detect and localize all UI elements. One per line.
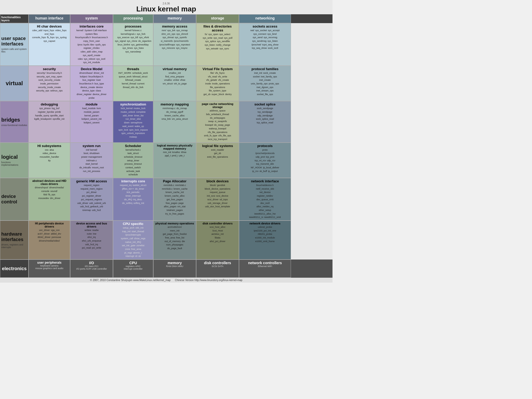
cell-device-hi: abstract devices and HID class drivers d… xyxy=(29,178,70,221)
cell-virtual-memory: virtual memory vmalloc_init find_vma_pre… xyxy=(153,66,196,101)
cell-bridges-storage-items: address_space bdx_writeback_thread do_wr… xyxy=(197,109,238,141)
row-label-device-main: device control xyxy=(1,194,27,205)
cell-user-system-items: kernel/System Call Interfacesystem files… xyxy=(71,29,112,64)
main-container: 2.6.36 Linux kernel map functionalities … xyxy=(0,0,332,283)
col-header-hi: human interface xyxy=(29,14,70,23)
row-hardware: hardware interfaces drivers, registers a… xyxy=(0,221,332,260)
cell-device-processing: interrupts core request_irqtasklet_struc… xyxy=(113,178,153,221)
cell-user-system: interfaces core kernel/System Call Inter… xyxy=(70,23,113,66)
cell-user-storage-title: files & directories access xyxy=(197,24,238,32)
cell-bridges-storage: page cache networking storage address_sp… xyxy=(196,101,239,142)
cell-hardware-storage: disk controller drivers scsi_host_alloc … xyxy=(196,221,239,260)
cell-user-networking-items: net/sys_socketsys_accept sys_connectsys_… xyxy=(240,29,290,50)
cell-bridges-system-items: load_modulekvm module_param kernel_param… xyxy=(71,107,112,124)
footer: © 2007, 2010 Constantine Shulyupin www.M… xyxy=(0,278,332,283)
cell-hardware-processing-title: CPU specific xyxy=(114,222,152,226)
cell-device-networking: network interface linux/netdevice.h neti… xyxy=(239,178,291,221)
electronics-disk-items: SCSI SATA xyxy=(197,265,238,268)
electronics-memory-title: memory xyxy=(155,261,195,265)
cell-user-networking-title: sockets access xyxy=(240,24,290,28)
electronics-network: network controllers Ethernet WiFi xyxy=(239,260,291,278)
cell-user-networking: sockets access net/sys_socketsys_accept … xyxy=(239,23,291,66)
cell-logical-memory: logical memory physically mapped memory … xyxy=(153,143,196,178)
row-user: user space interfaces system calls and s… xyxy=(0,23,332,66)
cell-device-networking-items: linux/netdevice.h netif_receive_skb net_… xyxy=(240,184,290,219)
row-label-bridges-main: bridges xyxy=(1,117,20,123)
cell-user-processing-title: processes xyxy=(114,24,152,28)
cell-user-storage: files & directories access fs/sys_opensy… xyxy=(196,23,239,66)
cell-bridges-networking-title: socket splice xyxy=(240,102,290,106)
column-headers: functionalities layers human interface s… xyxy=(0,14,332,23)
cell-hardware-hi: HI peripherals device drivers uvc_driver… xyxy=(29,221,70,260)
cell-virtual-networking-title: protocol families xyxy=(240,67,290,71)
cell-hardware-storage-items: scsi_host_alloc Scsi_Host aic94xx_init l… xyxy=(197,225,238,243)
cell-hardware-networking-title: network device drivers xyxy=(240,222,290,225)
col-header-processing: processing xyxy=(113,14,153,23)
row-label-user-sub: system calls and system files xyxy=(1,48,27,53)
cell-logical-hi-items: ossalsa video_device mousebtn_handler tt… xyxy=(30,148,69,163)
cell-device-system-items: request_region request_mem_region pci_dr… xyxy=(71,184,112,212)
cell-hardware-hi-items: uvc_drivervga_con ac97_driveratkbd_drv i… xyxy=(30,229,69,243)
cell-user-processing: processes kernel/ fs/exec.c kernel/signa… xyxy=(113,23,153,66)
electronics-io: I/O I/O mem PCI I/O ports ACPI USB contr… xyxy=(70,260,113,278)
row-label-bridges: bridges cross-functional modules xyxy=(0,101,29,142)
cell-hardware-system-items: writewreadw outwinw ehci_irq ehci_urb_en… xyxy=(71,229,112,250)
cell-device-hi-title: abstract devices and HID class drivers xyxy=(30,179,69,185)
cell-device-memory-items: mm/slob.cmm/slab.c mm/slub.ckmem_cache k… xyxy=(155,184,195,216)
row-logical: logical functions implementations HI sub… xyxy=(0,143,332,178)
cell-bridges-hi-items: sys_ptracelog_buf register_kprobeprintk … xyxy=(30,107,69,121)
footer-left: © 2007, 2010 Constantine Shulyupin www.M… xyxy=(90,279,171,282)
cell-virtual-system: Device Model drivers/base/driver_init ko… xyxy=(70,66,113,101)
cell-virtual-networking: protocol families inet_initsock_create s… xyxy=(239,66,291,101)
electronics-memory-items: RAM DMA MMU xyxy=(155,265,195,268)
cell-bridges-hi: debugging sys_ptracelog_buf register_kpr… xyxy=(29,101,70,142)
col-header-layers: functionalities layers xyxy=(0,14,29,23)
cell-virtual-memory-items: vmalloc_init find_vma_prepare vmallocvml… xyxy=(155,71,195,86)
row-label-hardware-main: hardware interfaces xyxy=(1,231,27,242)
cell-bridges-networking: socket splice sock_sendpage tcp_sendpage… xyxy=(239,101,291,142)
page-title: Linux kernel map xyxy=(0,5,332,13)
electronics-network-items: Ethernet WiFi xyxy=(240,265,290,268)
cell-virtual-processing-items: INIT_WORKschedule_work queue_workkthread… xyxy=(114,71,152,89)
cell-hardware-storage-title: disk controller drivers xyxy=(197,222,238,225)
cell-device-system: generic HW access request_region request… xyxy=(70,178,113,221)
cell-virtual-hi: security security/linux/security.h secur… xyxy=(29,66,70,101)
version-label: 2.6.36 xyxy=(0,2,332,5)
col-header-system: system xyxy=(70,14,113,23)
cell-user-hi-title: HI char devices xyxy=(30,24,69,28)
cell-logical-system: system run init/ kernel/ boot, shutdown … xyxy=(70,143,113,178)
col-header-storage: storage xyxy=(196,14,239,23)
cell-hardware-networking: network device drivers usbnet_probe ipw2… xyxy=(239,221,291,260)
cell-user-storage-items: fs/sys_opensys_select sys_writesys_reads… xyxy=(197,33,238,50)
cell-logical-networking-items: proto /proc/net/protocols udp_prottcp_pr… xyxy=(240,148,290,173)
cell-logical-storage-title: logical file systems xyxy=(197,144,238,148)
cell-bridges-memory-items: mm/mmap.cdo_mmap do_mmap_pgoff kmem_cach… xyxy=(155,107,195,121)
cell-virtual-processing-title: threads xyxy=(114,67,152,71)
cell-hardware-networking-items: usbnet_probe ipw2100_pci_init_one rtl820… xyxy=(240,225,290,243)
cell-device-processing-items: request_irqtasklet_struct jiffies_64++do… xyxy=(114,184,152,205)
cell-device-processing-title: interrupts core xyxy=(114,179,152,183)
cell-bridges-networking-items: sock_sendpage tcp_sendpage udp_sendpage … xyxy=(240,107,290,124)
cell-bridges-memory: memory mapping mm/mmap.cdo_mmap do_mmap_… xyxy=(153,101,196,142)
row-device: device control abstract devices and HID … xyxy=(0,178,332,221)
cell-hardware-memory-title: physical memory operations xyxy=(155,222,195,225)
cell-logical-processing-title: Scheduler xyxy=(114,144,152,148)
electronics-peripherals: user peripherals keyboard camera mouse g… xyxy=(29,260,70,278)
cell-device-system-title: generic HW access xyxy=(71,179,112,183)
cell-user-memory-title: memory access xyxy=(155,24,195,28)
cell-bridges-processing: synchronization lock_kernelmutex_lock mu… xyxy=(113,101,153,142)
cell-user-system-title: interfaces core xyxy=(71,24,112,28)
cell-hardware-memory: physical memory operations arch/x86/mm/ … xyxy=(153,221,196,260)
col-header-memory: memory xyxy=(153,14,196,23)
title-bar: 2.6.36 Linux kernel map xyxy=(0,0,332,14)
row-label-bridges-sub: cross-functional modules xyxy=(1,124,27,127)
cell-virtual-processing: threads INIT_WORKschedule_work queue_wor… xyxy=(113,66,153,101)
cell-logical-memory-items: mm_initkmallockfree pgd_tpmd_tpte_t xyxy=(155,151,195,158)
cell-user-memory: memory access mm/sys_brksys_mmap shm_vm_… xyxy=(153,23,196,66)
cell-device-storage-title: block devices xyxy=(197,179,238,183)
cell-user-processing-items: kernel/ fs/exec.c kernel/signal.csys_for… xyxy=(114,29,152,54)
cell-virtual-storage-items: file/vfs_fsync vfs_readvfs_write vfs_get… xyxy=(197,71,238,96)
electronics-network-title: network controllers xyxy=(240,261,290,265)
row-label-hardware: hardware interfaces drivers, registers a… xyxy=(0,221,29,260)
cell-logical-system-items: init/ kernel/ boot, shutdown power manag… xyxy=(71,148,112,173)
